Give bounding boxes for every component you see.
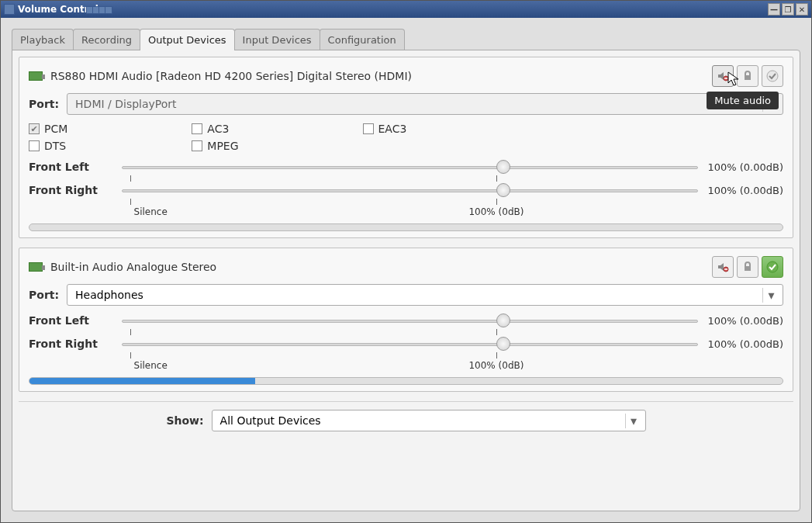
device-name: RS880 HDMI Audio [Radeon HD 4200 Series]…: [50, 70, 712, 82]
mute-button[interactable]: [712, 256, 734, 278]
cursor-icon: [727, 71, 740, 87]
checkbox-icon: [29, 123, 40, 134]
slider-thumb[interactable]: [496, 160, 510, 174]
format-label: PCM: [44, 123, 67, 135]
scale-silence: Silence: [134, 360, 168, 371]
volume-value: 100% (0.00dB): [706, 315, 783, 327]
format-label: MPEG: [207, 140, 238, 152]
format-label: EAC3: [378, 123, 407, 135]
checkbox-icon: [29, 140, 40, 151]
format-checkbox-ac3[interactable]: AC3: [192, 123, 238, 135]
svg-point-3: [767, 71, 778, 81]
chevron-down-icon: ▾: [625, 414, 638, 428]
scale-100: 100% (0dB): [468, 360, 523, 371]
minimize-button[interactable]: —: [768, 3, 780, 16]
sound-card-icon: [29, 262, 43, 272]
tab-playback[interactable]: Playback: [12, 29, 74, 50]
scale-100: 100% (0dB): [468, 206, 523, 217]
volume-value: 100% (0.00dB): [706, 161, 783, 173]
volume-slider[interactable]: [122, 337, 698, 351]
channel-label: Front Right: [29, 184, 122, 196]
svg-rect-6: [745, 266, 751, 271]
checkbox-icon: [363, 123, 374, 134]
set-default-button[interactable]: [762, 256, 783, 278]
slider-thumb[interactable]: [496, 337, 510, 351]
titlebar[interactable]: Volume Control — ❐ ✕: [1, 1, 811, 18]
chevron-down-icon: ▾: [762, 288, 775, 303]
svg-point-7: [767, 262, 778, 272]
slider-thumb[interactable]: [496, 183, 510, 197]
app-icon: [4, 4, 15, 15]
svg-rect-2: [745, 75, 751, 80]
volume-slider[interactable]: [122, 313, 698, 327]
device-card: RS880 HDMI Audio [Radeon HD 4200 Series]…: [19, 57, 793, 238]
volume-slider[interactable]: [122, 183, 698, 197]
format-label: DTS: [44, 140, 66, 152]
close-button[interactable]: ✕: [796, 3, 808, 16]
checkbox-icon: [192, 140, 202, 151]
show-value: All Output Devices: [220, 414, 625, 427]
port-label: Port:: [29, 98, 59, 110]
show-label: Show:: [166, 414, 203, 427]
lock-channels-button[interactable]: [737, 256, 758, 278]
format-label: AC3: [207, 123, 229, 135]
tab-input-devices[interactable]: Input Devices: [234, 29, 320, 50]
format-checkbox-mpeg[interactable]: MPEG: [192, 140, 238, 152]
vu-meter: [29, 223, 783, 231]
set-default-button[interactable]: [762, 65, 783, 87]
port-value: Headphones: [75, 289, 762, 301]
channel-label: Front Right: [29, 338, 122, 350]
slider-thumb[interactable]: [496, 313, 510, 327]
scale-silence: Silence: [134, 206, 168, 217]
volume-slider[interactable]: [122, 160, 698, 174]
format-checkbox-eac3[interactable]: EAC3: [363, 123, 407, 135]
device-name: Built-in Audio Analogue Stereo: [50, 261, 712, 273]
tab-recording[interactable]: Recording: [73, 29, 140, 50]
sound-card-icon: [29, 71, 43, 81]
volume-value: 100% (0.00dB): [706, 185, 783, 196]
format-checkbox-dts[interactable]: DTS: [29, 140, 67, 152]
port-select[interactable]: HDMI / DisplayPort▾: [67, 93, 783, 115]
channel-label: Front Left: [29, 314, 122, 327]
mute-tooltip: Mute audio: [707, 92, 779, 109]
vu-meter: [29, 377, 783, 385]
lock-channels-button[interactable]: [737, 65, 758, 87]
port-select[interactable]: Headphones▾: [67, 284, 783, 306]
tab-output-devices[interactable]: Output Devices: [140, 29, 235, 50]
device-card: Built-in Audio Analogue StereoPort:Headp…: [19, 248, 793, 392]
volume-value: 100% (0.00dB): [706, 338, 783, 350]
maximize-button[interactable]: ❐: [782, 3, 794, 16]
port-label: Port:: [29, 289, 59, 301]
port-value: HDMI / DisplayPort: [75, 98, 762, 110]
format-checkbox-pcm[interactable]: PCM: [29, 123, 67, 135]
channel-label: Front Left: [29, 161, 122, 173]
tab-configuration[interactable]: Configuration: [320, 29, 405, 50]
show-select[interactable]: All Output Devices▾: [212, 410, 646, 431]
checkbox-icon: [192, 123, 202, 134]
volume-control-window: Volume Control — ❐ ✕ PlaybackRecordingOu…: [0, 0, 812, 523]
